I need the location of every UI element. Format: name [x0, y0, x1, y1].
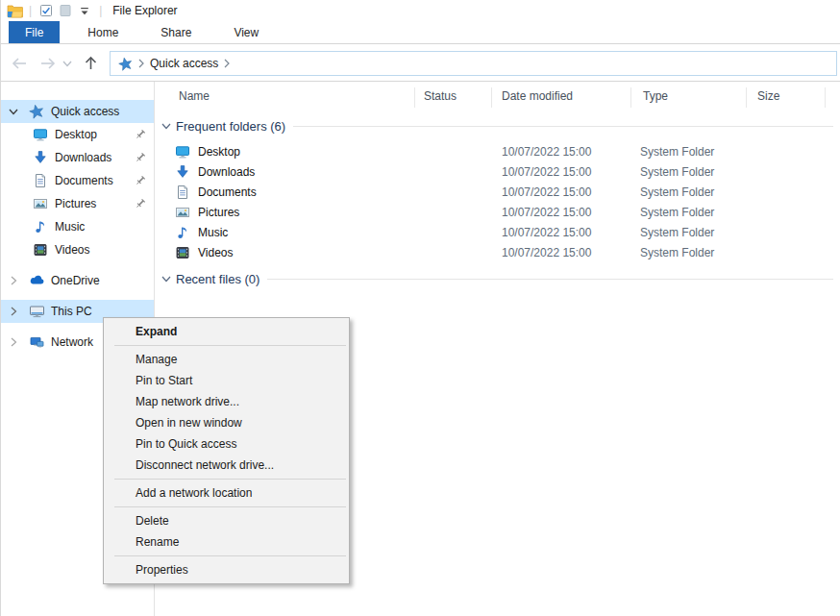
quick-access-star-icon — [118, 57, 133, 71]
column-divider[interactable] — [825, 87, 826, 108]
chevron-down-icon[interactable] — [7, 109, 20, 115]
pin-icon — [135, 198, 146, 209]
column-header-date-modified[interactable]: Date modified — [502, 89, 573, 103]
file-date-modified: 10/07/2022 15:00 — [502, 246, 591, 259]
sidebar-item-label: Documents — [55, 174, 113, 187]
window-title: File Explorer — [112, 4, 177, 17]
file-row-desktop[interactable]: Desktop 10/07/2022 15:00 System Folder — [156, 142, 840, 162]
up-button-icon[interactable] — [80, 54, 101, 73]
menu-item-properties[interactable]: Properties — [104, 559, 349, 580]
column-header-size[interactable]: Size — [757, 89, 779, 103]
tab-share[interactable]: Share — [146, 21, 206, 43]
breadcrumb-quick-access[interactable]: Quick access — [150, 57, 218, 70]
column-header-status[interactable]: Status — [424, 89, 457, 103]
file-row-music[interactable]: Music 10/07/2022 15:00 System Folder — [156, 223, 840, 243]
sidebar-item-label: This PC — [51, 305, 92, 318]
menu-item-delete[interactable]: Delete — [104, 510, 349, 531]
menu-separator — [114, 506, 346, 507]
sidebar-item-desktop[interactable]: Desktop — [1, 123, 154, 146]
menu-item-open-in-new-window[interactable]: Open in new window — [104, 412, 349, 433]
pin-icon — [135, 129, 146, 140]
file-row-pictures[interactable]: Pictures 10/07/2022 15:00 System Folder — [156, 203, 840, 223]
sidebar-group-gap — [1, 261, 154, 269]
pin-icon — [135, 152, 146, 163]
pin-icon — [135, 175, 146, 186]
menu-item-rename[interactable]: Rename — [104, 531, 349, 553]
menu-item-manage[interactable]: Manage — [104, 349, 349, 370]
sidebar-item-documents[interactable]: Documents — [1, 169, 154, 192]
desktop-icon — [32, 127, 49, 142]
qat-customize-caret-icon[interactable] — [75, 2, 94, 19]
qat-new-folder-icon[interactable] — [56, 2, 75, 19]
file-date-modified: 10/07/2022 15:00 — [502, 165, 591, 179]
sidebar-item-videos[interactable]: Videos — [1, 238, 154, 261]
network-icon — [28, 334, 45, 350]
menu-separator — [114, 555, 346, 556]
navigation-bar: Quick access — [1, 45, 840, 82]
chevron-down-icon[interactable] — [161, 276, 171, 283]
menu-item-disconnect-network-drive[interactable]: Disconnect network drive... — [104, 455, 349, 476]
chevron-right-icon[interactable] — [7, 276, 20, 285]
sidebar-item-pictures[interactable]: Pictures — [1, 192, 154, 215]
group-header-label: Recent files (0) — [176, 272, 259, 286]
sidebar-item-downloads[interactable]: Downloads — [1, 146, 154, 169]
column-header-row: Name Status Date modified Type Size — [156, 85, 840, 110]
chevron-right-icon[interactable] — [7, 337, 20, 347]
sidebar-item-label: OneDrive — [51, 274, 100, 287]
menu-item-map-network-drive[interactable]: Map network drive... — [104, 391, 349, 412]
column-divider[interactable] — [746, 87, 747, 108]
sidebar-item-label: Pictures — [55, 197, 96, 210]
column-divider[interactable] — [630, 87, 631, 108]
menu-separator — [114, 345, 346, 346]
tab-view[interactable]: View — [219, 21, 273, 43]
file-row-downloads[interactable]: Downloads 10/07/2022 15:00 System Folder — [156, 162, 840, 183]
menu-separator — [114, 479, 346, 480]
downloads-icon — [175, 164, 190, 180]
frequent-folders-list: Desktop 10/07/2022 15:00 System Folder D… — [156, 142, 840, 263]
sidebar-item-quick-access[interactable]: Quick access — [1, 100, 154, 123]
videos-icon — [175, 245, 190, 260]
file-type: System Folder — [640, 226, 714, 239]
sidebar-item-label: Videos — [55, 243, 89, 257]
menu-item-pin-to-quick-access[interactable]: Pin to Quick access — [104, 433, 349, 455]
chevron-right-icon[interactable] — [7, 307, 20, 316]
sidebar-item-label: Music — [55, 220, 85, 234]
sidebar-item-music[interactable]: Music — [1, 215, 154, 238]
file-type: System Folder — [640, 165, 714, 179]
sidebar-item-label: Downloads — [55, 151, 111, 164]
menu-item-expand[interactable]: Expand — [104, 321, 349, 342]
chevron-down-icon[interactable] — [161, 123, 171, 130]
address-bar[interactable]: Quick access — [110, 51, 837, 76]
back-button-icon[interactable] — [9, 54, 30, 73]
menu-item-pin-to-start[interactable]: Pin to Start — [104, 370, 349, 391]
file-date-modified: 10/07/2022 15:00 — [502, 226, 591, 239]
column-header-type[interactable]: Type — [643, 89, 668, 103]
file-date-modified: 10/07/2022 15:00 — [502, 185, 591, 199]
group-header-rule — [293, 126, 833, 127]
file-row-documents[interactable]: Documents 10/07/2022 15:00 System Folder — [156, 183, 840, 203]
group-header-recent-files[interactable]: Recent files (0) — [156, 270, 837, 287]
breadcrumb-chevron-icon[interactable] — [224, 59, 230, 68]
tab-file[interactable]: File — [9, 21, 60, 43]
qat-properties-icon[interactable] — [37, 2, 56, 19]
onedrive-cloud-icon — [28, 273, 45, 288]
downloads-icon — [32, 150, 49, 165]
documents-icon — [32, 173, 49, 188]
column-divider[interactable] — [491, 87, 492, 108]
column-divider[interactable] — [414, 87, 415, 108]
file-row-videos[interactable]: Videos 10/07/2022 15:00 System Folder — [156, 243, 840, 263]
group-header-frequent-folders[interactable]: Frequent folders (6) — [156, 117, 837, 135]
sidebar-item-label: Network — [51, 335, 93, 349]
sidebar-item-onedrive[interactable]: OneDrive — [1, 269, 154, 292]
breadcrumb-chevron-icon[interactable] — [138, 59, 144, 68]
column-header-name[interactable]: Name — [179, 89, 210, 103]
desktop-icon — [175, 144, 190, 160]
recent-locations-chevron-icon[interactable] — [61, 54, 74, 73]
title-bar: | | File Explorer — [1, 0, 840, 21]
menu-item-add-a-network-location[interactable]: Add a network location — [104, 482, 349, 504]
group-header-label: Frequent folders (6) — [176, 119, 285, 134]
file-name: Desktop — [198, 145, 240, 159]
forward-button-icon[interactable] — [37, 54, 59, 73]
tab-home[interactable]: Home — [73, 21, 133, 43]
context-menu: Expand Manage Pin to Start Map network d… — [103, 317, 350, 584]
